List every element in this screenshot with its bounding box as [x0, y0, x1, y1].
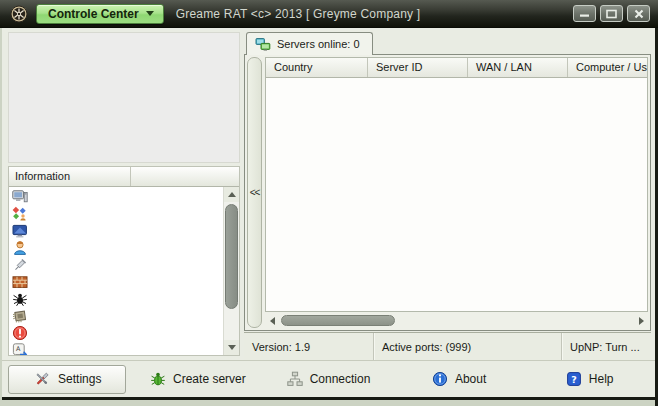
help-label: Help	[589, 372, 614, 386]
column-header-country[interactable]: Country	[266, 58, 368, 77]
list-item-programs[interactable]	[12, 205, 223, 222]
window-frame-bottom	[0, 400, 655, 406]
error-icon	[12, 325, 28, 341]
list-item-system-info[interactable]	[12, 188, 223, 205]
information-icon-list: A	[9, 187, 223, 355]
information-header-row: Information	[9, 167, 239, 187]
information-vertical-scrollbar	[223, 187, 239, 355]
servers-grid: Country Server ID WAN / LAN Computer / U…	[265, 57, 648, 312]
horizontal-scroll-track[interactable]	[279, 313, 634, 328]
list-item-error[interactable]	[12, 324, 223, 341]
servers-grid-header: Country Server ID WAN / LAN Computer / U…	[266, 58, 647, 78]
minimize-icon	[579, 9, 590, 18]
controle-center-label: Controle Center	[48, 7, 139, 21]
window-body: Information	[2, 28, 655, 397]
connection-button[interactable]: Connection	[281, 367, 377, 391]
close-icon	[634, 9, 644, 19]
firewall-icon	[12, 274, 28, 290]
toolbar-cell-help: ? Help	[524, 367, 655, 391]
scroll-right-button[interactable]	[634, 317, 648, 325]
column-header-server-id[interactable]: Server ID	[368, 58, 468, 77]
column-header-wan-lan[interactable]: WAN / LAN	[468, 58, 568, 77]
app-window: Controle Center Greame RAT <c> 2013 [ Gr…	[0, 0, 658, 406]
servers-table-container: << Country Server ID WAN / LAN Computer …	[244, 54, 651, 331]
list-item-injection[interactable]	[12, 256, 223, 273]
user-icon	[12, 240, 28, 256]
information-panel: Information	[8, 166, 240, 356]
maximize-button[interactable]	[600, 5, 623, 22]
servers-online-icon	[255, 37, 271, 52]
system-info-icon	[12, 189, 28, 205]
svg-text:?: ?	[571, 374, 577, 385]
create-server-button[interactable]: Create server	[144, 367, 252, 391]
arrow-up-icon	[228, 192, 236, 197]
connection-label: Connection	[310, 372, 371, 386]
bug-icon	[150, 371, 166, 387]
controle-center-button[interactable]: Controle Center	[36, 4, 164, 24]
information-header-filler	[131, 167, 239, 186]
app-spider-logo-icon	[10, 5, 28, 23]
toolbar-cell-connection: Connection	[263, 367, 394, 391]
list-item-user[interactable]	[12, 239, 223, 256]
programs-icon	[12, 206, 28, 222]
window-controls	[573, 5, 650, 22]
collapse-panel-button[interactable]: <<	[247, 57, 262, 328]
spider-icon	[12, 291, 28, 307]
servers-table-area: Country Server ID WAN / LAN Computer / U…	[265, 57, 648, 328]
titlebar: Controle Center Greame RAT <c> 2013 [ Gr…	[0, 0, 658, 28]
servers-horizontal-scrollbar	[265, 313, 648, 328]
status-upnp: UpNP: Turn ...	[562, 333, 651, 360]
tab-strip: Servers online: 0	[244, 32, 651, 54]
toolbar-cell-about: About	[394, 367, 525, 391]
status-version: Version: 1.9	[244, 333, 374, 360]
window-title: Greame RAT <c> 2013 [ Greyme Company ]	[176, 7, 421, 21]
scroll-down-button[interactable]	[224, 340, 239, 355]
injection-icon	[12, 257, 28, 273]
vertical-scroll-thumb[interactable]	[225, 204, 238, 309]
information-column-header[interactable]: Information	[9, 167, 131, 186]
help-button[interactable]: ? Help	[560, 367, 620, 391]
tab-servers-online-label: Servers online: 0	[277, 38, 360, 50]
horizontal-scroll-thumb[interactable]	[281, 315, 395, 326]
window-frame-left	[0, 28, 2, 406]
list-item-remote-desktop[interactable]	[12, 222, 223, 239]
servers-grid-body	[266, 78, 647, 311]
tab-servers-online[interactable]: Servers online: 0	[246, 32, 373, 55]
svg-text:A: A	[16, 345, 21, 353]
maximize-icon	[606, 9, 617, 19]
create-server-label: Create server	[173, 372, 246, 386]
info-icon	[432, 371, 448, 387]
list-item-chip[interactable]	[12, 307, 223, 324]
information-body: A	[9, 187, 239, 355]
remote-desktop-icon	[12, 223, 28, 239]
settings-button[interactable]: Settings	[8, 365, 126, 394]
scroll-up-button[interactable]	[224, 187, 239, 202]
list-item-spider[interactable]	[12, 290, 223, 307]
network-icon	[287, 371, 303, 387]
column-header-computer-user[interactable]: Computer / User	[568, 58, 647, 77]
list-item-firewall[interactable]	[12, 273, 223, 290]
settings-label: Settings	[58, 372, 101, 386]
status-bar: Version: 1.9 Active ports: (999) UpNP: T…	[244, 332, 651, 360]
chip-icon	[12, 308, 28, 324]
dropdown-arrow-icon	[146, 11, 154, 16]
bottom-toolbar: Settings Create server	[2, 360, 655, 397]
tools-icon	[33, 371, 51, 387]
list-item-keyboard-key[interactable]: A	[12, 341, 223, 355]
about-label: About	[455, 372, 486, 386]
main-area: Information	[2, 28, 655, 360]
status-active-ports: Active ports: (999)	[374, 333, 562, 360]
scroll-left-button[interactable]	[265, 317, 279, 325]
about-button[interactable]: About	[426, 367, 492, 391]
arrow-right-icon	[639, 317, 644, 325]
vertical-scroll-track[interactable]	[224, 202, 239, 340]
help-icon: ?	[566, 371, 582, 387]
arrow-down-icon	[228, 345, 236, 350]
servers-panel: Servers online: 0 << Country Server ID W…	[242, 28, 655, 360]
arrow-left-icon	[270, 317, 275, 325]
left-panel: Information	[2, 28, 242, 360]
toolbar-cell-settings: Settings	[2, 365, 133, 394]
toolbar-cell-create-server: Create server	[133, 367, 264, 391]
close-button[interactable]	[627, 5, 650, 22]
minimize-button[interactable]	[573, 5, 596, 22]
